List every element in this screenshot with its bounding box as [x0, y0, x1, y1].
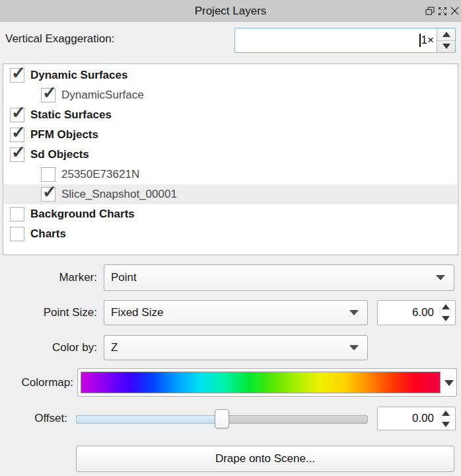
checkbox[interactable]	[10, 207, 24, 221]
point-size-dropdown[interactable]: Fixed Size	[104, 300, 368, 325]
vertical-exaggeration-spinbox[interactable]: 1×	[234, 28, 456, 53]
marker-value: Point	[111, 265, 137, 290]
tree-item-label: 25350E73621N	[61, 168, 139, 181]
spin-up-icon[interactable]	[437, 301, 455, 313]
spin-up-icon[interactable]	[437, 407, 455, 418]
spin-down-icon[interactable]	[437, 41, 455, 53]
spin-up-icon[interactable]	[437, 28, 455, 41]
colormap-dropdown[interactable]	[77, 368, 457, 397]
checkbox[interactable]	[10, 227, 24, 241]
colormap-gradient	[81, 372, 441, 393]
text-cursor	[419, 34, 421, 47]
point-size-number: 6.00	[380, 301, 434, 325]
offset-spinbox[interactable]: 0.00	[377, 407, 456, 430]
checkbox[interactable]: ✓	[10, 108, 24, 122]
tree-row-sd-objects[interactable]: ✓ Sd Objects	[4, 145, 457, 165]
vertical-exaggeration-label: Vertical Exaggeration:	[5, 26, 114, 52]
tree-row-dynamicsurface[interactable]: ✓ DynamicSurface	[4, 85, 457, 105]
color-by-label: Color by:	[0, 335, 97, 360]
tree-item-label: Charts	[30, 227, 66, 241]
spin-down-icon[interactable]	[437, 418, 455, 430]
tree-row-slice-snapshot[interactable]: ✓ Slice_Snapshot_00001	[4, 184, 457, 204]
colormap-label: Colormap:	[0, 368, 73, 397]
tree-row-pfm-objects[interactable]: ✓ PFM Objects	[4, 125, 457, 145]
chevron-down-icon	[444, 380, 454, 386]
slider-fill	[76, 415, 222, 424]
spin-down-icon[interactable]	[437, 313, 455, 325]
point-size-spinbox[interactable]: 6.00	[377, 300, 456, 325]
offset-label: Offset:	[0, 407, 67, 430]
point-size-value: Fixed Size	[111, 301, 163, 325]
chevron-down-icon	[436, 275, 445, 280]
chevron-down-icon	[349, 345, 359, 350]
close-icon[interactable]	[449, 5, 460, 17]
point-size-label: Point Size:	[0, 300, 97, 325]
checkbox[interactable]: ✓	[10, 128, 24, 142]
offset-slider[interactable]	[76, 415, 368, 424]
marker-label: Marker:	[0, 264, 97, 291]
drape-onto-scene-button[interactable]: Drape onto Scene...	[76, 446, 454, 472]
tree-item-label: Background Charts	[30, 208, 135, 221]
marker-dropdown[interactable]: Point	[104, 264, 454, 291]
checkbox[interactable]: ✓	[10, 68, 24, 83]
layer-tree: ✓ Dynamic Surfaces ✓ DynamicSurface ✓ St…	[3, 63, 458, 255]
tree-row-25350e73621n[interactable]: 25350E73621N	[4, 165, 457, 184]
spinner-arrows	[437, 301, 455, 325]
tree-item-label: PFM Objects	[30, 128, 98, 141]
tree-row-charts[interactable]: Charts	[4, 224, 457, 244]
tree-row-static-surfaces[interactable]: ✓ Static Surfaces	[4, 105, 457, 125]
color-by-dropdown[interactable]: Z	[104, 335, 368, 360]
checkbox[interactable]	[41, 167, 55, 182]
tree-item-label: Static Surfaces	[30, 108, 112, 122]
tree-item-label: DynamicSurface	[61, 89, 144, 102]
color-by-value: Z	[111, 336, 118, 360]
checkbox[interactable]: ✓	[41, 187, 55, 202]
expand-icon[interactable]	[437, 5, 448, 17]
tree-row-dynamic-surfaces[interactable]: ✓ Dynamic Surfaces	[4, 65, 457, 85]
spinner-arrows	[437, 407, 455, 430]
tree-row-background-charts[interactable]: Background Charts	[4, 204, 457, 224]
float-icon[interactable]	[424, 5, 435, 17]
chevron-down-icon	[349, 310, 359, 315]
tree-item-label: Sd Objects	[30, 148, 89, 161]
title-bar: Project Layers	[0, 0, 461, 22]
spinner-arrows	[437, 28, 455, 52]
offset-number: 0.00	[380, 407, 434, 430]
panel-title: Project Layers	[0, 0, 461, 22]
checkbox[interactable]: ✓	[41, 88, 55, 102]
checkbox[interactable]: ✓	[10, 147, 24, 162]
tree-item-label: Slice_Snapshot_00001	[61, 188, 177, 201]
project-layers-panel: Project Layers Vertical Exaggeration: 1×	[0, 0, 461, 476]
tree-item-label: Dynamic Surfaces	[30, 69, 127, 82]
slider-handle[interactable]	[215, 409, 229, 428]
vertical-exaggeration-value: 1×	[238, 28, 434, 52]
